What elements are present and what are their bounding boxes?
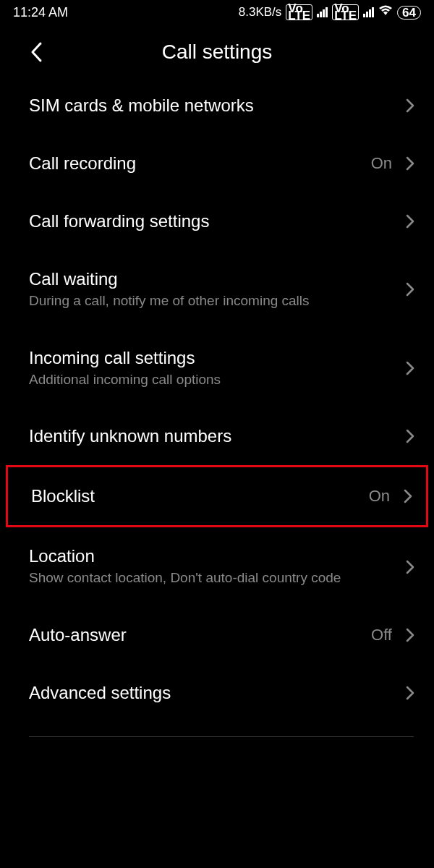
item-incoming-call-settings[interactable]: Incoming call settings Additional incomi… [0,329,434,408]
chevron-left-icon [30,41,43,63]
back-button[interactable] [25,41,48,64]
item-value: On [369,487,390,506]
item-identify-unknown[interactable]: Identify unknown numbers [0,407,434,465]
status-speed: 8.3KB/s [239,5,282,20]
page-title: Call settings [0,41,434,64]
divider [29,736,414,737]
item-title: Call recording [29,153,371,174]
chevron-right-icon [405,684,415,702]
status-bar: 11:24 AM 8.3KB/s VoLTE VoLTE 64 [0,0,434,23]
header: Call settings [0,23,434,77]
item-subtitle: Additional incoming call options [29,371,405,389]
item-call-forwarding[interactable]: Call forwarding settings [0,192,434,250]
chevron-right-icon [405,281,415,298]
signal-icon-2 [363,7,374,17]
item-location[interactable]: Location Show contact location, Don't au… [0,527,434,606]
chevron-right-icon [405,626,415,644]
item-blocklist[interactable]: Blocklist On [6,465,428,527]
chevron-right-icon [405,427,415,445]
item-advanced-settings[interactable]: Advanced settings [0,664,434,722]
chevron-right-icon [403,488,413,505]
chevron-right-icon [405,359,415,377]
item-title: Call forwarding settings [29,211,405,231]
settings-list: SIM cards & mobile networks Call recordi… [0,77,434,737]
item-subtitle: Show contact location, Don't auto-dial c… [29,569,405,587]
item-title: Location [29,546,405,566]
item-title: Incoming call settings [29,348,405,368]
item-call-recording[interactable]: Call recording On [0,135,434,192]
item-title: Identify unknown numbers [29,426,405,446]
chevron-right-icon [405,97,415,114]
item-title: Advanced settings [29,683,405,703]
item-value: Off [371,626,392,644]
battery-icon: 64 [397,6,421,20]
item-auto-answer[interactable]: Auto-answer Off [0,606,434,664]
item-title: Call waiting [29,269,405,289]
status-right: 8.3KB/s VoLTE VoLTE 64 [239,4,421,20]
wifi-icon [378,5,393,20]
item-sim-networks[interactable]: SIM cards & mobile networks [0,77,434,135]
item-title: Blocklist [31,486,369,506]
signal-icon-1 [317,7,328,17]
status-time: 11:24 AM [13,5,68,20]
item-value: On [371,154,392,173]
volte-icon: VoLTE [286,4,312,20]
item-subtitle: During a call, notify me of other incomi… [29,292,405,310]
item-title: SIM cards & mobile networks [29,95,405,116]
volte-icon-2: VoLTE [332,4,359,20]
chevron-right-icon [405,558,415,576]
item-title: Auto-answer [29,625,371,645]
chevron-right-icon [405,155,415,172]
chevron-right-icon [405,213,415,230]
item-call-waiting[interactable]: Call waiting During a call, notify me of… [0,250,434,329]
